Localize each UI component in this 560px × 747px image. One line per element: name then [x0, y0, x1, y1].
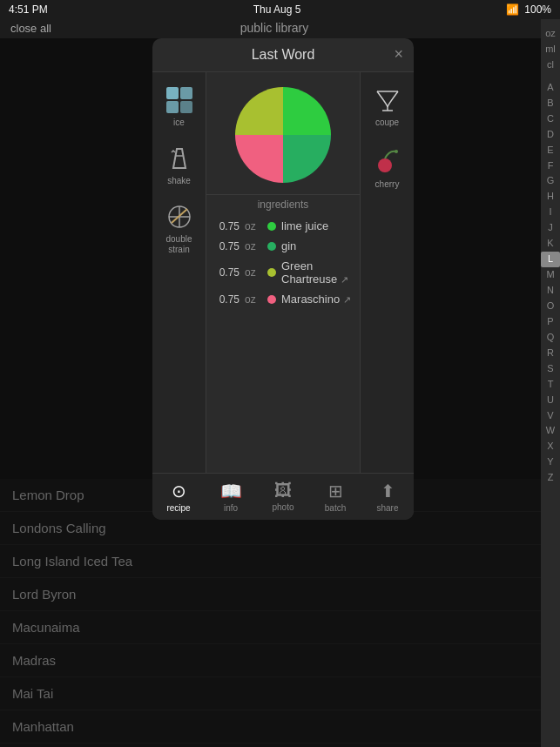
alpha-A[interactable]: A [547, 80, 553, 96]
unit-1: oz [245, 220, 262, 232]
alpha-N[interactable]: N [547, 283, 554, 299]
tools-panel: ice shake [152, 72, 206, 473]
ingredient-row-1: 0.75 oz lime juice [206, 216, 360, 236]
ingredient-row-4: 0.75 oz Maraschino ↗ [206, 289, 360, 309]
unit-4: oz [245, 293, 262, 306]
tool-double-strain[interactable]: doublestrain [160, 196, 199, 260]
alpha-X[interactable]: X [547, 439, 553, 454]
status-day: Thu Aug 5 [253, 3, 301, 16]
alpha-C[interactable]: C [547, 111, 554, 127]
dot-3 [267, 268, 276, 277]
battery-indicator: 100% [524, 3, 551, 16]
top-bar: close all public library [0, 19, 560, 38]
batch-label: batch [325, 503, 346, 513]
alpha-Y[interactable]: Y [547, 454, 553, 470]
alpha-J[interactable]: J [548, 220, 553, 236]
alpha-T[interactable]: T [548, 377, 554, 393]
name-1[interactable]: lime juice [281, 219, 328, 232]
tab-batch[interactable]: ⊞ batch [309, 474, 361, 520]
dot-1 [267, 222, 276, 231]
alpha-D[interactable]: D [547, 127, 554, 143]
alpha-I[interactable]: I [549, 205, 551, 220]
svg-rect-3 [180, 101, 192, 113]
alpha-L[interactable]: L [541, 252, 560, 267]
batch-icon: ⊞ [328, 481, 343, 501]
alphabet-sidebar: oz ml cl A B C D E F G H I J K L M N O P… [541, 19, 560, 747]
name-3[interactable]: GreenChartreuse ↗ [281, 259, 348, 286]
recipe-label: recipe [166, 503, 190, 513]
svg-point-9 [395, 150, 398, 153]
info-icon: 📖 [220, 481, 242, 501]
svg-rect-1 [180, 87, 192, 99]
status-bar: 4:51 PM Thu Aug 5 📶 100% [0, 0, 560, 19]
close-all-button[interactable]: close all [10, 22, 51, 35]
alpha-Q[interactable]: Q [547, 330, 555, 346]
modal-main: ingredients 0.75 oz lime juice 0.75 oz g… [206, 72, 360, 473]
name-4[interactable]: Maraschino ↗ [281, 293, 351, 306]
modal-header: Last Word × [152, 38, 414, 72]
amount-4: 0.75 [215, 293, 240, 306]
alpha-K[interactable]: K [547, 236, 553, 252]
photo-label: photo [272, 502, 293, 512]
amount-3: 0.75 [215, 266, 240, 279]
amount-1: 0.75 [215, 220, 240, 232]
svg-rect-2 [166, 101, 179, 113]
cherry-label: cherry [375, 179, 400, 189]
tab-info[interactable]: 📖 info [205, 474, 257, 520]
alpha-H[interactable]: H [547, 189, 554, 205]
coupe-glass[interactable]: coupe [368, 79, 407, 132]
ingredient-row-3: 0.75 oz GreenChartreuse ↗ [206, 256, 360, 289]
tool-shake[interactable]: shake [160, 138, 199, 191]
alpha-P[interactable]: P [547, 314, 553, 330]
tab-photo[interactable]: 🖼 photo [257, 474, 309, 520]
info-label: info [224, 503, 238, 513]
dot-2 [267, 242, 276, 251]
alpha-G[interactable]: G [547, 173, 555, 189]
library-title: public library [51, 21, 497, 35]
status-time: 4:51 PM [9, 3, 48, 16]
dot-4 [267, 295, 276, 304]
modal-body: ice shake [152, 72, 414, 473]
alpha-S[interactable]: S [547, 361, 553, 377]
pie-container [206, 72, 360, 194]
ice-icon [164, 84, 195, 116]
name-2[interactable]: gin [281, 239, 296, 252]
modal-close-button[interactable]: × [394, 45, 403, 64]
coupe-icon [372, 84, 403, 116]
recipe-icon: ⊙ [172, 481, 186, 501]
alpha-E[interactable]: E [547, 143, 553, 158]
alpha-R[interactable]: R [547, 346, 554, 361]
alpha-Z[interactable]: Z [548, 470, 554, 486]
photo-icon: 🖼 [274, 481, 292, 501]
strain-icon [164, 201, 195, 232]
glass-garnish-panel: coupe cherry [360, 72, 414, 473]
modal-title: Last Word [252, 47, 315, 63]
shake-label: shake [167, 176, 191, 185]
ice-label: ice [173, 118, 185, 127]
alpha-F[interactable]: F [548, 158, 554, 174]
alpha-ml[interactable]: ml [545, 42, 556, 57]
alpha-cl[interactable]: cl [547, 57, 554, 73]
alpha-V[interactable]: V [547, 408, 553, 424]
ingredient-row-2: 0.75 oz gin [206, 236, 360, 256]
svg-point-8 [378, 158, 392, 172]
alpha-U[interactable]: U [547, 393, 554, 408]
alpha-B[interactable]: B [547, 96, 553, 111]
cherry-icon [372, 146, 403, 178]
ingredients-label: ingredients [206, 194, 360, 216]
cherry-garnish[interactable]: cherry [368, 141, 407, 194]
svg-rect-0 [166, 87, 179, 99]
modal-tabs: ⊙ recipe 📖 info 🖼 photo ⊞ batch ⬆ share [152, 473, 414, 520]
cocktail-modal: Last Word × ice [152, 38, 414, 520]
amount-2: 0.75 [215, 240, 240, 252]
alpha-W[interactable]: W [546, 423, 555, 439]
alpha-M[interactable]: M [546, 267, 554, 283]
tool-ice[interactable]: ice [160, 79, 199, 132]
pie-chart [231, 83, 335, 187]
alpha-O[interactable]: O [547, 299, 555, 314]
share-icon: ⬆ [381, 481, 395, 501]
alpha-oz[interactable]: oz [545, 26, 556, 42]
tab-share[interactable]: ⬆ share [361, 474, 414, 520]
coupe-label: coupe [375, 118, 399, 127]
tab-recipe[interactable]: ⊙ recipe [152, 474, 205, 520]
